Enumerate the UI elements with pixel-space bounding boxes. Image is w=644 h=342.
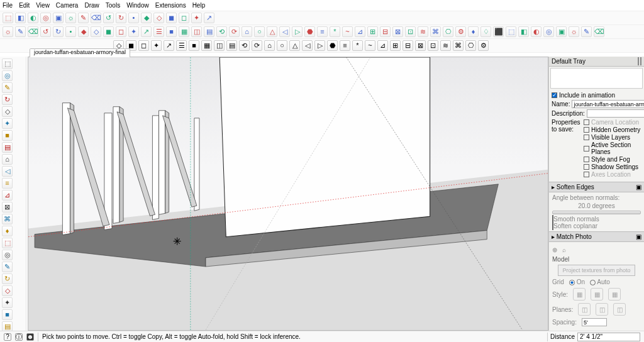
tray-pin-icon[interactable] [638,57,639,65]
tool-button[interactable]: ▤ [2,142,13,153]
toolbar-button[interactable]: ⌂ [264,40,275,51]
toolbar-button[interactable]: ⬚ [3,13,13,23]
toolbar-button[interactable]: ≋ [440,40,451,51]
tool-button[interactable]: ✎ [2,262,13,272]
toolbar-button[interactable]: ⊠ [415,40,426,51]
toolbar-button[interactable]: ⟲ [216,26,227,37]
menu-extensions[interactable]: Extensions [155,2,186,9]
toolbar-button[interactable]: ◇ [91,26,101,37]
tool-button[interactable]: ◁ [2,166,13,177]
plane-swatch[interactable]: ◫ [578,303,591,316]
toolbar-button[interactable]: ☰ [176,40,187,51]
menu-tools[interactable]: Tools [106,2,120,9]
menu-window[interactable]: Window [126,2,149,9]
style-swatch[interactable]: ▦ [573,288,586,301]
toolbar-button[interactable]: ⟲ [239,40,250,51]
toolbar-button[interactable]: ✎ [15,26,26,37]
toolbar-button[interactable]: ◁ [302,40,313,51]
toolbar-button[interactable]: ⬣ [304,26,315,37]
toolbar-button[interactable]: ↻ [53,26,64,37]
toolbar-button[interactable]: ✦ [128,26,139,37]
toolbar-button[interactable]: ☼ [3,26,13,37]
grid-on-radio[interactable] [569,280,575,285]
style-swatch[interactable]: ▦ [591,288,603,301]
toolbar-button[interactable]: ▷ [314,40,325,51]
info-icon[interactable]: ⓘ [15,333,23,341]
toolbar-button[interactable]: ☼ [65,13,76,23]
tool-button[interactable]: ≡ [2,178,13,189]
soften-coplanar-checkbox[interactable]: Soften coplanar [552,222,597,230]
toolbar-button[interactable]: △ [267,26,277,37]
help-icon[interactable]: ? [4,333,11,341]
toolbar-button[interactable]: ⊡ [428,40,438,51]
toolbar-button[interactable]: ▤ [204,26,214,37]
toolbar-button[interactable]: ⟳ [252,40,262,51]
toolbar-button[interactable]: • [65,26,76,37]
toolbar-button[interactable]: ≡ [317,26,328,37]
toolbar-button[interactable]: ~ [342,26,353,37]
toolbar-button[interactable]: ⊟ [380,26,391,37]
tool-button[interactable]: ⊿ [2,190,13,201]
toolbar-button[interactable]: ≋ [418,26,428,37]
toolbar-button[interactable]: ⬣ [327,40,338,51]
match-photo-header[interactable]: ▸ Match Photo▣ [549,231,644,242]
style-swatch[interactable]: ▦ [608,288,621,301]
soften-edges-header[interactable]: ▸ Soften Edges▣ [549,182,644,192]
toolbar-button[interactable]: ⊡ [405,26,416,37]
toolbar-button[interactable]: ◻ [116,26,126,37]
toolbar-button[interactable]: ◼ [166,13,177,23]
toolbar-button[interactable]: ⊟ [402,40,413,51]
toolbar-button[interactable]: ↗ [204,13,214,23]
plane-swatch[interactable]: ◫ [613,303,626,316]
toolbar-button[interactable]: ☼ [569,26,579,37]
tool-button[interactable]: ■ [2,309,13,320]
toolbar-button[interactable]: ⚙ [455,26,466,37]
tool-button[interactable]: ✦ [2,118,13,129]
toolbar-button[interactable]: ◧ [518,26,529,37]
toolbar-button[interactable]: ⬛ [493,26,504,37]
zoom-icon[interactable]: ⌕ [562,246,566,253]
toolbar-button[interactable]: ⎔ [465,40,476,51]
toolbar-button[interactable]: ↺ [103,13,114,23]
property-checkbox[interactable]: Active Section Planes [584,141,641,155]
toolbar-button[interactable]: ⌘ [453,40,464,51]
toolbar-button[interactable]: ○ [277,40,287,51]
toolbar-button[interactable]: ↗ [141,26,152,37]
tool-button[interactable]: ◎ [2,70,13,81]
toolbar-button[interactable]: ⊿ [355,26,365,37]
toolbar-button[interactable]: ▣ [53,13,64,23]
property-checkbox[interactable]: Shadow Settings [584,163,641,170]
property-checkbox[interactable]: Hidden Geometry [584,126,641,133]
toolbar-button[interactable]: ✎ [78,13,89,23]
person-icon[interactable]: ☻ [26,333,34,341]
toolbar-button[interactable]: ✦ [151,40,162,51]
menu-draw[interactable]: Draw [84,2,99,9]
tool-button[interactable]: ✎ [2,82,13,93]
toolbar-button[interactable]: ◻ [179,13,189,23]
toolbar-button[interactable]: * [352,40,363,51]
toolbar-button[interactable]: ◐ [531,26,541,37]
toolbar-button[interactable]: ⌂ [242,26,252,37]
toolbar-button[interactable]: ◧ [15,13,26,23]
tray-close-icon[interactable] [640,57,641,65]
collapse-icon[interactable]: ▣ [636,184,641,190]
property-checkbox[interactable]: Style and Fog [584,156,641,163]
grid-auto-radio[interactable] [590,280,596,285]
toolbar-button[interactable]: ✎ [581,26,592,37]
toolbar-button[interactable]: ⎔ [443,26,453,37]
tool-button[interactable]: ✦ [2,297,13,308]
scene-description-input[interactable] [587,109,644,118]
tool-button[interactable]: ↻ [2,94,13,105]
toolbar-button[interactable]: ⊞ [367,26,378,37]
toolbar-button[interactable]: ↻ [116,13,126,23]
toolbar-button[interactable]: ▣ [556,26,567,37]
tool-button[interactable]: ◇ [2,285,13,296]
viewport[interactable]: jourdan-tuffan-esbatuan-armory-final [28,57,548,331]
toolbar-button[interactable]: ⊿ [377,40,388,51]
toolbar-button[interactable]: • [128,13,139,23]
measurement-input[interactable] [577,333,640,341]
toolbar-button[interactable]: ♢ [480,26,491,37]
menu-edit[interactable]: Edit [19,2,30,9]
toolbar-button[interactable]: ⌫ [91,13,101,23]
project-textures-button[interactable]: Project textures from photo [558,265,635,276]
